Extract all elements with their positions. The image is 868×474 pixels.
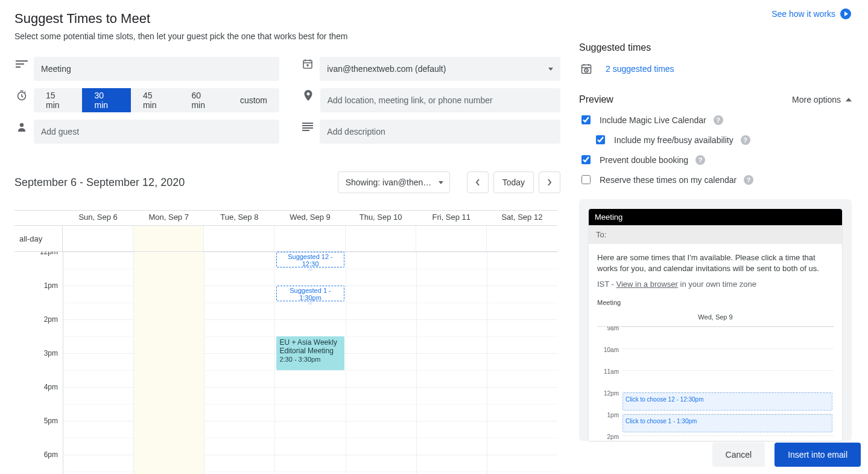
insert-into-email-button[interactable]: Insert into email (775, 443, 861, 467)
duration-60-min[interactable]: 60 min (179, 88, 227, 112)
mini-meeting-title: Meeting (597, 297, 834, 308)
showing-select[interactable]: Showing: ivan@thene… (338, 171, 450, 193)
mail-timezone-line: IST - View in a browser in your own time… (597, 279, 834, 290)
svg-rect-2 (16, 66, 21, 68)
mini-hour-label: 11am (597, 367, 619, 377)
help-icon[interactable]: ? (695, 155, 705, 165)
mini-hour-label: 12pm (597, 388, 619, 399)
meeting-title-input[interactable]: Meeting (34, 57, 279, 81)
mini-suggested-slot[interactable]: Click to choose 12 - 12:30pm (622, 392, 832, 411)
more-options-toggle[interactable]: More options (792, 95, 852, 104)
guest-input[interactable]: Add guest (34, 120, 279, 144)
next-week-button[interactable] (539, 171, 560, 193)
hour-label: 4pm (14, 383, 63, 417)
day-col-wed[interactable]: Suggested 12 - 12:30═Suggested 1 - 1:30p… (274, 252, 345, 474)
calendar-day-header: Sun, Sep 6Mon, Sep 7Tue, Sep 8Wed, Sep 9… (14, 211, 557, 225)
preview-option-checkbox[interactable] (581, 175, 591, 184)
play-icon (840, 8, 851, 19)
view-in-browser-link[interactable]: View in a browser (616, 280, 678, 289)
location-placeholder: Add location, meeting link, or phone num… (328, 95, 493, 105)
preview-option-checkbox[interactable] (581, 155, 591, 164)
mini-suggested-slot[interactable]: Click to choose 1 - 1:30pm (622, 414, 832, 432)
preview-option-label: Prevent double booking (600, 155, 688, 165)
mail-subject: Meeting (589, 209, 842, 225)
title-icon (14, 57, 29, 71)
suggested-slot[interactable]: Suggested 1 - 1:30pm═ (276, 286, 344, 301)
duration-15-min[interactable]: 15 min (34, 88, 82, 112)
preview-title: Preview (579, 94, 613, 105)
duration-45-min[interactable]: 45 min (131, 88, 179, 112)
hour-label: 12pm (14, 252, 63, 281)
hour-label: 2pm (14, 315, 63, 349)
allday-label: all-day (14, 226, 63, 251)
hour-label: 3pm (14, 349, 63, 383)
duration-custom[interactable]: custom (228, 88, 279, 112)
day-header-label: Fri, Sep 11 (416, 213, 487, 222)
calendar-time-grid[interactable]: 12pm1pm2pm3pm4pm5pm6pm Suggested 12 - 12… (14, 252, 557, 474)
preview-option-label: Include Magic Live Calendar (600, 115, 706, 125)
preview-option: Include Magic Live Calendar? (579, 114, 852, 126)
day-col-tue[interactable] (204, 252, 274, 474)
duration-30-min[interactable]: 30 min (82, 88, 130, 112)
day-header-label: Sun, Sep 6 (63, 213, 133, 222)
help-icon[interactable]: ? (744, 175, 753, 185)
day-header-label: Mon, Sep 7 (133, 213, 204, 222)
preview-option: Include my free/busy availability? (594, 133, 852, 146)
preview-option-checkbox[interactable] (596, 135, 605, 144)
duration-group: 15 min30 min45 min60 mincustom (34, 88, 279, 112)
hour-label: 5pm (14, 417, 63, 450)
calendar-select-value: ivan@thenextweb.com (default) (327, 64, 446, 74)
suggested-calendar-icon (579, 62, 594, 76)
svg-rect-8 (302, 127, 313, 129)
mini-hour-label: 1pm (597, 410, 619, 421)
page-subtitle: Select some potential time slots, then l… (14, 31, 560, 41)
day-col-mon[interactable] (133, 252, 204, 474)
busy-event[interactable]: EU + Asia Weekly Editorial Meeting2:30 -… (276, 336, 344, 370)
svg-rect-7 (302, 125, 313, 126)
today-button[interactable]: Today (493, 171, 534, 193)
location-input[interactable]: Add location, meeting link, or phone num… (320, 88, 560, 112)
description-input[interactable]: Add description (320, 120, 560, 144)
preview-option-checkbox[interactable] (581, 115, 591, 124)
calendar-select[interactable]: ivan@thenextweb.com (default) (320, 57, 560, 81)
description-placeholder: Add description (327, 127, 385, 136)
cancel-button[interactable]: Cancel (712, 443, 765, 467)
svg-rect-6 (302, 123, 313, 124)
mini-calendar-grid: 9am10am11am12pm1pm2pmClick to choose 12 … (597, 326, 834, 441)
help-icon[interactable]: ? (714, 115, 723, 125)
mini-hour-label: 9am (597, 326, 619, 334)
meeting-title-value: Meeting (41, 64, 71, 74)
day-col-sun[interactable] (63, 252, 133, 474)
guest-icon (14, 120, 29, 134)
guest-placeholder: Add guest (41, 127, 79, 136)
prev-week-button[interactable] (467, 171, 489, 193)
help-link[interactable]: See how it works (771, 8, 851, 19)
preview-option: Reserve these times on my calendar? (579, 173, 852, 186)
suggested-times-title: Suggested times (579, 42, 852, 53)
day-col-thu[interactable] (346, 252, 416, 474)
preview-card: Meeting To: Here are some times that I'm… (579, 199, 852, 441)
location-icon (301, 88, 315, 103)
svg-rect-9 (302, 130, 309, 131)
suggested-slot[interactable]: Suggested 12 - 12:30═ (276, 252, 344, 267)
help-link-label: See how it works (771, 9, 835, 19)
calendar-icon (300, 57, 315, 71)
preview-option-label: Reserve these times on my calendar (600, 175, 737, 185)
chevron-down-icon (548, 68, 553, 71)
day-col-sat[interactable] (487, 252, 557, 474)
svg-rect-0 (16, 60, 28, 62)
chevron-down-icon (439, 181, 443, 184)
preview-option: Prevent double booking? (579, 153, 852, 166)
svg-rect-1 (16, 63, 24, 65)
chevron-up-icon (846, 98, 852, 101)
hour-label: 1pm (14, 281, 63, 315)
suggested-times-link[interactable]: 2 suggested times (606, 64, 674, 74)
date-range-label: September 6 - September 12, 2020 (14, 176, 185, 189)
help-icon[interactable]: ? (741, 135, 750, 145)
mail-to-field[interactable]: To: (589, 225, 842, 244)
mini-hour-label: 10am (597, 345, 619, 356)
day-header-label: Wed, Sep 9 (274, 213, 345, 222)
allday-row: all-day (14, 225, 557, 252)
day-col-fri[interactable] (416, 252, 487, 474)
mail-body-text: Here are some times that I'm available. … (597, 252, 834, 274)
